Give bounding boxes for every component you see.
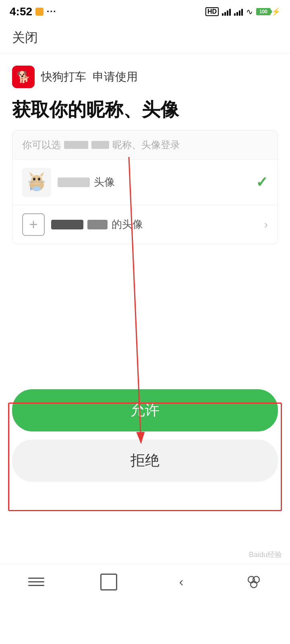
add-name-blur-1: [51, 220, 83, 229]
add-account-item[interactable]: + 的头像 ›: [12, 205, 278, 244]
nav-home-button[interactable]: [93, 572, 125, 592]
app-name-text: 快狗打车: [41, 69, 86, 85]
add-account-info: 的头像: [51, 217, 264, 231]
status-time: 4:52 ···: [10, 5, 56, 18]
hint-placeholder-2: [91, 141, 109, 149]
wifi-icon: ∿: [246, 7, 253, 17]
hd-badge: HD: [205, 7, 219, 16]
page-title: 获取你的昵称、头像: [12, 98, 278, 122]
page-header: 关闭: [0, 21, 290, 54]
svg-point-8: [38, 178, 40, 180]
action-section: 允许 拒绝: [0, 389, 290, 482]
account-section: 你可以选 昵称、头像登录: [12, 130, 278, 244]
app-row: 🐕 快狗打车 申请使用: [12, 66, 278, 88]
account-item-primary[interactable]: 头像 ✓: [12, 160, 278, 205]
svg-text:🐕: 🐕: [17, 70, 31, 84]
cat-avatar-svg: [22, 168, 51, 197]
battery-icon: 100: [256, 8, 271, 15]
battery-box: 100 ⚡: [256, 7, 280, 16]
deny-button[interactable]: 拒绝: [12, 440, 278, 482]
chevron-right-icon: ›: [264, 218, 268, 231]
notification-dot: [35, 8, 44, 16]
baidu-watermark: Baidu经验: [249, 550, 282, 559]
svg-point-4: [31, 175, 42, 185]
close-button[interactable]: 关闭: [12, 30, 38, 45]
bottom-nav: ‹: [0, 564, 290, 604]
nav-back-button[interactable]: ‹: [165, 572, 197, 592]
extra-icon: [245, 573, 263, 591]
menu-icon: [28, 578, 44, 586]
account-name-blur: [58, 178, 90, 187]
signal-icon-1: [222, 8, 231, 16]
time-text: 4:52: [10, 5, 32, 18]
app-info-section: 🐕 快狗打车 申请使用 获取你的昵称、头像: [0, 54, 290, 130]
status-dots: ···: [47, 6, 56, 17]
svg-point-14: [33, 186, 41, 191]
add-name-blur-2: [87, 220, 108, 229]
add-account-label: 的头像: [112, 217, 143, 231]
app-icon: 🐕: [12, 66, 35, 88]
check-icon: ✓: [256, 174, 268, 191]
add-icon: +: [22, 213, 45, 236]
hint-placeholder-1: [64, 141, 88, 149]
nav-menu-button[interactable]: [20, 572, 52, 592]
nav-extra-button[interactable]: [238, 572, 270, 592]
user-avatar: [22, 168, 51, 197]
app-icon-svg: 🐕: [12, 66, 35, 88]
hint-text: 你可以选 昵称、头像登录: [22, 138, 180, 151]
app-action-text: 申请使用: [93, 69, 138, 85]
hint-row: 你可以选 昵称、头像登录: [12, 130, 278, 160]
back-icon: ‹: [179, 574, 184, 589]
status-bar: 4:52 ··· HD ∿: [0, 0, 290, 21]
account-label: 头像: [94, 175, 115, 189]
signal-icon-2: [234, 8, 243, 16]
account-info: 头像: [58, 175, 256, 189]
allow-button[interactable]: 允许: [12, 389, 278, 431]
svg-point-7: [33, 178, 35, 180]
battery-level: 100: [259, 9, 267, 14]
home-icon: [100, 574, 117, 590]
charging-icon: ⚡: [271, 7, 280, 16]
status-icons: HD ∿ 100 ⚡: [205, 7, 280, 17]
